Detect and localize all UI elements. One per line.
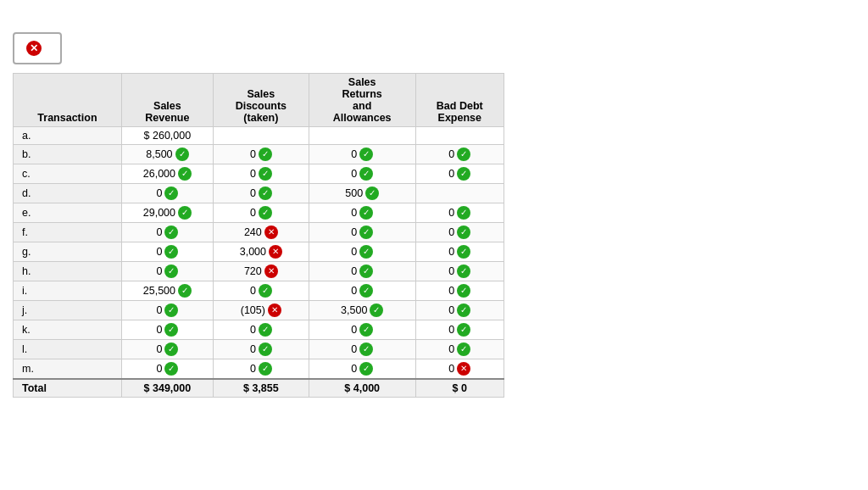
check-icon: ✓ <box>457 148 470 161</box>
check-icon: ✓ <box>164 187 178 200</box>
row-id: h. <box>14 261 122 281</box>
total-returns: $ 4,000 <box>309 379 415 398</box>
cell-bad-debt[interactable]: 0✕ <box>415 359 504 379</box>
cell-returns[interactable]: 0✓ <box>309 164 415 183</box>
cell-sales-revenue[interactable]: 29,000✓ <box>121 203 213 222</box>
cell-bad-debt[interactable]: 0✓ <box>415 203 504 222</box>
check-icon: ✓ <box>259 342 272 356</box>
instructions-block <box>13 8 855 25</box>
cell-returns[interactable]: 0✓ <box>309 359 415 379</box>
cell-sales-revenue[interactable]: 0✓ <box>121 320 213 339</box>
cell-returns[interactable]: 0✓ <box>309 261 415 281</box>
cell-bad-debt[interactable] <box>415 126 504 144</box>
check-icon: ✓ <box>259 148 272 161</box>
cell-bad-debt[interactable]: 0✓ <box>415 339 504 359</box>
cell-discounts[interactable]: 0✓ <box>213 359 309 379</box>
table-header-row: Transaction SalesRevenue SalesDiscounts(… <box>14 73 504 126</box>
cell-returns[interactable]: 0✓ <box>309 144 415 164</box>
cell-sales-revenue[interactable]: 8,500✓ <box>121 144 213 164</box>
cell-sales-revenue[interactable]: 25,500✓ <box>121 281 213 300</box>
check-icon: ✓ <box>457 284 470 298</box>
cell-bad-debt[interactable]: 0✓ <box>415 281 504 300</box>
check-icon: ✓ <box>457 206 470 220</box>
cell-sales-revenue[interactable]: 26,000✓ <box>121 164 213 183</box>
cell-discounts[interactable]: 0✓ <box>213 144 309 164</box>
cell-sales-revenue[interactable]: 0✓ <box>121 183 213 203</box>
cell-discounts[interactable]: 720✕ <box>213 261 309 281</box>
cell-returns[interactable]: 0✓ <box>309 281 415 300</box>
cell-discounts[interactable]: 3,000✕ <box>213 242 309 261</box>
check-icon: ✓ <box>370 303 383 317</box>
cross-icon: ✕ <box>269 245 282 259</box>
table-row: j.0✓(105)✕3,500✓0✓ <box>14 300 504 320</box>
check-icon: ✓ <box>164 303 178 317</box>
cell-returns[interactable]: 0✓ <box>309 222 415 242</box>
table-row: a.$ 260,000 <box>14 126 504 144</box>
table-row: d.0✓0✓500✓ <box>14 183 504 203</box>
cross-icon: ✕ <box>264 226 278 239</box>
check-icon: ✓ <box>164 245 178 259</box>
table-row: k.0✓0✓0✓0✓ <box>14 320 504 339</box>
table-row: l.0✓0✓0✓0✓ <box>14 339 504 359</box>
check-icon: ✓ <box>164 342 178 356</box>
cell-sales-revenue[interactable]: 0✓ <box>121 261 213 281</box>
check-icon: ✓ <box>457 303 470 317</box>
cell-bad-debt[interactable]: 0✓ <box>415 242 504 261</box>
row-id: k. <box>14 320 122 339</box>
row-id: j. <box>14 300 122 320</box>
table-row: f.0✓240✕0✓0✓ <box>14 222 504 242</box>
cell-bad-debt[interactable]: 0✓ <box>415 164 504 183</box>
cell-bad-debt[interactable]: 0✓ <box>415 222 504 242</box>
cell-returns[interactable]: 0✓ <box>309 242 415 261</box>
check-icon: ✓ <box>359 226 373 239</box>
cell-discounts[interactable]: 0✓ <box>213 320 309 339</box>
col-sales-discounts: SalesDiscounts(taken) <box>213 73 309 126</box>
row-id: c. <box>14 164 122 183</box>
total-label: Total <box>14 379 122 398</box>
cell-returns[interactable] <box>309 126 415 144</box>
cell-discounts[interactable] <box>213 126 309 144</box>
cell-sales-revenue[interactable]: 0✓ <box>121 359 213 379</box>
cell-sales-revenue[interactable]: 0✓ <box>121 339 213 359</box>
cell-sales-revenue[interactable]: $ 260,000 <box>121 126 213 144</box>
row-id: b. <box>14 144 122 164</box>
cross-icon: ✕ <box>264 264 278 278</box>
cell-discounts[interactable]: (105)✕ <box>213 300 309 320</box>
table-row: b.8,500✓0✓0✓0✓ <box>14 144 504 164</box>
cell-returns[interactable]: 3,500✓ <box>309 300 415 320</box>
total-discounts: $ 3,855 <box>213 379 309 398</box>
cell-discounts[interactable]: 0✓ <box>213 183 309 203</box>
check-icon: ✓ <box>359 362 373 376</box>
cell-returns[interactable]: 0✓ <box>309 203 415 222</box>
cell-returns[interactable]: 500✓ <box>309 183 415 203</box>
row-id: l. <box>14 339 122 359</box>
check-icon: ✓ <box>359 323 373 337</box>
table-row: c.26,000✓0✓0✓0✓ <box>14 164 504 183</box>
check-icon: ✓ <box>259 284 272 298</box>
cell-discounts[interactable]: 240✕ <box>213 222 309 242</box>
cell-discounts[interactable]: 0✓ <box>213 339 309 359</box>
cell-bad-debt[interactable]: 0✓ <box>415 320 504 339</box>
check-icon: ✓ <box>359 167 373 181</box>
cell-sales-revenue[interactable]: 0✓ <box>121 222 213 242</box>
check-icon: ✓ <box>359 245 373 259</box>
cell-sales-revenue[interactable]: 0✓ <box>121 300 213 320</box>
cell-discounts[interactable]: 0✓ <box>213 203 309 222</box>
cell-bad-debt[interactable] <box>415 183 504 203</box>
row-id: d. <box>14 183 122 203</box>
check-icon: ✓ <box>359 284 373 298</box>
row-id: m. <box>14 359 122 379</box>
cell-bad-debt[interactable]: 0✓ <box>415 144 504 164</box>
table-row: h.0✓720✕0✓0✓ <box>14 261 504 281</box>
col-bad-debt: Bad DebtExpense <box>415 73 504 126</box>
cell-sales-revenue[interactable]: 0✓ <box>121 242 213 261</box>
check-icon: ✓ <box>178 206 192 220</box>
cell-discounts[interactable]: 0✓ <box>213 164 309 183</box>
col-sales-returns: SalesReturnsandAllowances <box>309 73 415 126</box>
row-id: i. <box>14 281 122 300</box>
cell-bad-debt[interactable]: 0✓ <box>415 300 504 320</box>
cell-returns[interactable]: 0✓ <box>309 339 415 359</box>
cell-returns[interactable]: 0✓ <box>309 320 415 339</box>
cell-bad-debt[interactable]: 0✓ <box>415 261 504 281</box>
cell-discounts[interactable]: 0✓ <box>213 281 309 300</box>
